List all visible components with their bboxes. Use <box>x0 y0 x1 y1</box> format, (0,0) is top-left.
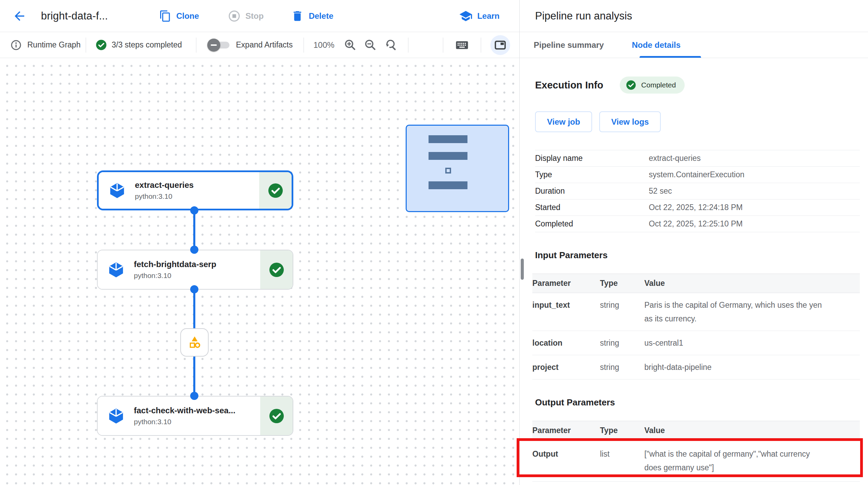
expand-artifacts-toggle[interactable] <box>207 38 230 52</box>
execution-info-row: Execution Info Completed <box>535 77 868 94</box>
pipeline-graph-region: bright-data-f... Clone Stop Delete Learn… <box>0 0 519 485</box>
detail-value: extract-queries <box>649 154 701 163</box>
delete-label: Delete <box>309 11 333 21</box>
info-button[interactable] <box>10 39 22 51</box>
side-panel-icon <box>494 39 507 52</box>
minimap-node-bar <box>429 135 467 143</box>
node-subtitle: python:3.10 <box>135 192 194 200</box>
graph-toolbar: Runtime Graph 3/3 steps completed Expand… <box>0 32 519 58</box>
table-row-location: location string us-central1 <box>532 331 860 355</box>
table-row-project: project string bright-data-pipeline <box>532 355 860 379</box>
node-fetch-brightdata-serp[interactable]: fetch-brightdata-serp python:3.10 <box>97 250 293 290</box>
toggle-knob <box>207 39 220 52</box>
detail-label: Type <box>535 170 649 179</box>
detail-row-completed: Completed Oct 22, 2025, 12:25:10 PM <box>535 216 860 232</box>
check-circle-icon <box>268 183 283 198</box>
table-header: Parameter Type Value <box>532 274 860 293</box>
check-circle-icon <box>269 408 284 424</box>
delete-trash-icon <box>291 10 304 23</box>
zoom-reset-icon <box>384 39 397 51</box>
node-text: fact-check-with-web-sea... python:3.10 <box>134 406 235 426</box>
detail-value: system.ContainerExecution <box>649 170 744 179</box>
graduation-cap-icon <box>459 9 473 23</box>
zoom-out-button[interactable] <box>364 39 377 51</box>
detail-value: Oct 22, 2025, 12:24:18 PM <box>649 203 743 212</box>
view-job-button[interactable]: View job <box>535 111 592 132</box>
zoom-level: 100% <box>313 40 334 50</box>
component-cube-icon <box>107 261 125 279</box>
keyboard-shortcuts-button[interactable] <box>455 38 469 52</box>
input-parameters-table: Parameter Type Value input_text string P… <box>532 274 860 379</box>
component-cube-icon <box>108 182 126 199</box>
clone-button[interactable]: Clone <box>159 10 199 22</box>
view-logs-button[interactable]: View logs <box>599 111 661 132</box>
node-title: fact-check-with-web-sea... <box>134 406 235 415</box>
node-fact-check-with-web-search[interactable]: fact-check-with-web-sea... python:3.10 <box>97 396 293 436</box>
column-header-parameter: Parameter <box>532 426 600 435</box>
component-cube-icon <box>107 407 125 425</box>
runtime-graph-label: Runtime Graph <box>27 40 81 50</box>
detail-label: Started <box>535 203 649 212</box>
learn-button[interactable]: Learn <box>459 9 500 23</box>
detail-row-started: Started Oct 22, 2025, 12:24:18 PM <box>535 199 860 216</box>
node-text: extract-queries python:3.10 <box>135 180 194 200</box>
node-status-completed <box>259 172 292 209</box>
column-header-value: Value <box>644 426 829 435</box>
param-name: Output <box>532 447 600 461</box>
execution-detail-list: Display name extract-queries Type system… <box>535 150 860 232</box>
node-body: extract-queries python:3.10 <box>99 172 259 209</box>
pipeline-run-title: bright-data-f... <box>41 10 108 22</box>
column-header-value: Value <box>644 279 829 288</box>
execution-info-heading: Execution Info <box>535 80 603 91</box>
panel-scrollbar-thumb[interactable] <box>521 259 524 280</box>
status-badge-label: Completed <box>641 81 676 89</box>
zoom-controls: 100% <box>304 32 408 58</box>
zoom-out-icon <box>364 39 377 51</box>
info-icon <box>10 39 22 51</box>
detail-label: Display name <box>535 154 649 163</box>
edge-port-dot <box>190 285 198 293</box>
edge-extract-to-fetch <box>193 210 195 251</box>
table-row-input-text: input_text string Paris is the capital o… <box>532 293 860 331</box>
param-value: bright-data-pipeline <box>644 360 829 374</box>
param-type: string <box>600 336 644 350</box>
edge-port-dot <box>190 392 198 400</box>
output-parameters-table: Parameter Type Value Output list ["what … <box>532 421 860 482</box>
column-header-type: Type <box>600 426 644 435</box>
runtime-graph-group: Runtime Graph <box>0 32 86 58</box>
status-badge: Completed <box>620 77 685 94</box>
stop-button[interactable]: Stop <box>228 10 264 23</box>
delete-button[interactable]: Delete <box>291 10 333 23</box>
keyboard-icon <box>455 38 469 52</box>
node-text: fetch-brightdata-serp python:3.10 <box>134 260 216 280</box>
table-row-output: Output list ["what is the capital of ger… <box>532 440 860 482</box>
detail-row-duration: Duration 52 sec <box>535 183 860 199</box>
param-value: us-central1 <box>644 336 829 350</box>
edge-port-dot <box>190 246 198 254</box>
steps-completed-status: 3/3 steps completed <box>86 32 196 58</box>
param-name: project <box>532 360 600 374</box>
node-extract-queries[interactable]: extract-queries python:3.10 <box>97 170 293 210</box>
check-circle-icon <box>96 39 107 51</box>
artifact-node[interactable] <box>180 328 209 357</box>
learn-label: Learn <box>477 11 500 21</box>
tab-pipeline-summary[interactable]: Pipeline summary <box>534 40 604 50</box>
toggle-side-panel-button[interactable] <box>490 35 510 55</box>
pipeline-canvas[interactable]: extract-queries python:3.10 fetch-bright… <box>0 58 519 485</box>
node-status-completed <box>260 250 293 289</box>
detail-value: 52 sec <box>649 186 672 196</box>
details-side-panel: Pipeline run analysis Pipeline summary N… <box>519 0 868 485</box>
pipeline-minimap[interactable] <box>406 125 509 212</box>
active-tab-indicator <box>640 56 701 58</box>
tab-node-details[interactable]: Node details <box>632 40 681 50</box>
clone-icon <box>159 10 171 22</box>
param-name: location <box>532 336 600 350</box>
panel-tabs: Pipeline summary Node details <box>520 32 868 58</box>
back-arrow-icon <box>12 9 27 23</box>
zoom-in-button[interactable] <box>344 39 356 51</box>
stop-icon <box>228 10 241 23</box>
back-button[interactable] <box>12 9 27 23</box>
detail-label: Duration <box>535 186 649 196</box>
zoom-reset-button[interactable] <box>384 39 397 51</box>
param-type: string <box>600 298 644 312</box>
